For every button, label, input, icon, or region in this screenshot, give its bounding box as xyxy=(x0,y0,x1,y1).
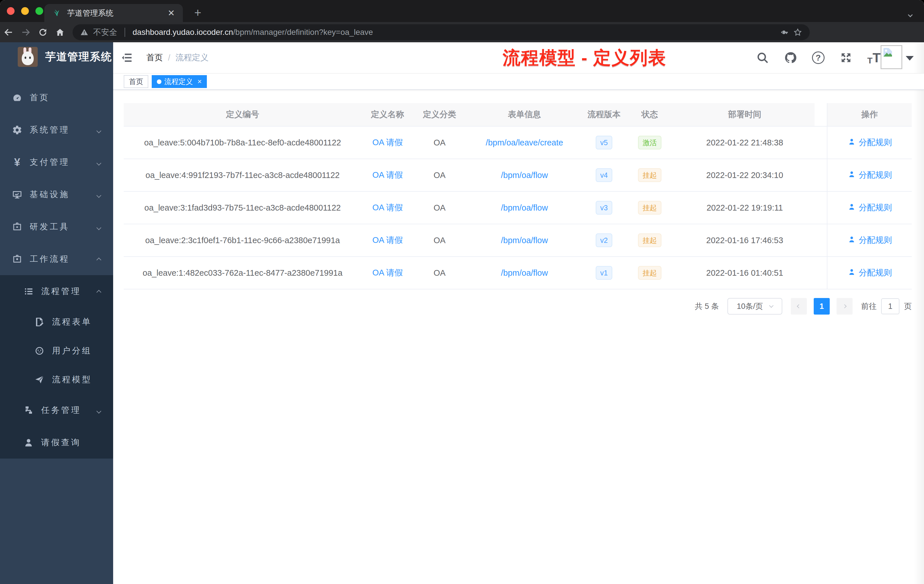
table-cell: oa_leave:3:1fad3d93-7b75-11ec-a3c8-acde4… xyxy=(124,192,361,224)
status-badge: 挂起 xyxy=(638,201,662,214)
form-info-link[interactable]: /bpm/oa/flow xyxy=(501,171,548,180)
app-logo[interactable]: 芋道管理系统 xyxy=(0,42,113,71)
table-cell: v4 xyxy=(583,159,625,191)
app-frame: 芋道管理系统 首页系统管理¥支付管理基础设施研发工具工作流程流程管理流程表单用户… xyxy=(0,42,924,584)
breadcrumb-home[interactable]: 首页 xyxy=(146,52,163,63)
sidebar-item-label: 流程表单 xyxy=(52,316,92,328)
bookmark-star-icon[interactable] xyxy=(793,28,802,37)
definition-category: OA xyxy=(434,203,446,213)
github-icon[interactable] xyxy=(784,51,797,64)
forward-button[interactable] xyxy=(17,27,34,38)
window-controls[interactable] xyxy=(7,7,43,15)
user-avatar[interactable] xyxy=(881,45,902,69)
sidebar-item-10[interactable]: 任务管理 xyxy=(0,394,113,426)
form-info-link[interactable]: /bpm/oa/leave/create xyxy=(486,138,563,147)
definition-category: OA xyxy=(434,268,446,278)
sidebar-item-1[interactable]: 系统管理 xyxy=(0,114,113,146)
status-badge: 挂起 xyxy=(638,168,662,182)
minimize-window-button[interactable] xyxy=(21,7,29,15)
status-badge: 激活 xyxy=(638,136,662,149)
sidebar-item-3[interactable]: 基础设施 xyxy=(0,178,113,211)
sidebar-item-label: 基础设施 xyxy=(30,189,70,200)
table-cell: v1 xyxy=(583,257,625,289)
prev-page-button[interactable] xyxy=(791,298,807,315)
user-icon xyxy=(23,437,34,448)
table-cell: OA 请假 xyxy=(361,192,414,224)
column-header-5: 状态 xyxy=(625,103,675,126)
zoom-window-button[interactable] xyxy=(35,7,43,15)
active-tag-dot xyxy=(157,79,162,84)
search-icon[interactable] xyxy=(756,51,769,64)
goto-page: 前往 页 xyxy=(861,298,912,314)
tab-search-chevron-icon[interactable] xyxy=(909,13,912,18)
assign-rule-link[interactable]: 分配规则 xyxy=(847,267,892,279)
tab-close-icon[interactable]: ✕ xyxy=(168,9,175,17)
reload-button[interactable] xyxy=(34,27,51,38)
sidebar-item-6[interactable]: 流程管理 xyxy=(0,275,113,307)
address-bar[interactable]: 不安全 dashboard.yudao.iocoder.cn/bpm/manag… xyxy=(73,24,810,40)
font-size-icon[interactable]: TT xyxy=(868,50,881,66)
tag-home[interactable]: 首页 xyxy=(124,75,148,88)
form-info-link[interactable]: /bpm/oa/flow xyxy=(501,236,548,245)
assign-rule-link[interactable]: 分配规则 xyxy=(847,234,892,246)
sidebar-item-8[interactable]: 用户分组 xyxy=(0,336,113,365)
help-question-icon[interactable]: ? xyxy=(812,51,825,64)
next-page-button[interactable] xyxy=(837,298,853,315)
goto-page-input[interactable] xyxy=(881,298,899,314)
not-secure-label: 不安全 xyxy=(93,27,117,38)
table-cell: /bpm/oa/flow xyxy=(465,192,583,224)
person-icon xyxy=(847,235,856,246)
password-key-icon[interactable] xyxy=(779,28,789,37)
page-size-select[interactable]: 10条/页 xyxy=(728,298,782,315)
definition-name-link[interactable]: OA 请假 xyxy=(372,170,403,181)
sidebar-collapse-hamburger-icon[interactable] xyxy=(120,51,133,64)
column-gap xyxy=(815,103,827,126)
column-gap xyxy=(815,192,827,224)
browser-tabstrip: 芋道管理系统 ✕ + xyxy=(0,0,924,22)
browser-window: 芋道管理系统 ✕ + 不安全 dashboard.yudao.iocoder.c… xyxy=(0,0,924,584)
app-title: 芋道管理系统 xyxy=(45,50,112,64)
definition-id: oa_leave:5:004b710b-7b8a-11ec-8ef0-acde4… xyxy=(144,138,341,147)
definition-category: OA xyxy=(434,236,446,245)
sidebar-item-9[interactable]: 流程模型 xyxy=(0,365,113,394)
back-button[interactable] xyxy=(0,27,17,38)
sidebar-menu: 首页系统管理¥支付管理基础设施研发工具工作流程流程管理流程表单用户分组流程模型任… xyxy=(0,71,113,459)
tag-close-icon[interactable]: × xyxy=(198,77,202,86)
form-info-link[interactable]: /bpm/oa/flow xyxy=(501,203,548,213)
new-tab-button[interactable]: + xyxy=(194,7,201,18)
table-cell: /bpm/oa/flow xyxy=(465,257,583,289)
browser-tab[interactable]: 芋道管理系统 ✕ xyxy=(44,4,183,22)
table-cell: v2 xyxy=(583,224,625,256)
sidebar-item-5[interactable]: 工作流程 xyxy=(0,243,113,275)
definition-name-link[interactable]: OA 请假 xyxy=(372,234,403,246)
table-cell: 挂起 xyxy=(625,257,675,289)
definition-name-link[interactable]: OA 请假 xyxy=(372,267,403,279)
fullscreen-icon[interactable] xyxy=(840,51,853,64)
person-icon xyxy=(847,203,856,213)
sidebar-item-0[interactable]: 首页 xyxy=(0,81,113,114)
sidebar-item-2[interactable]: ¥支付管理 xyxy=(0,146,113,178)
table-cell: oa_leave:4:991f2193-7b7f-11ec-a3c8-acde4… xyxy=(124,159,361,191)
assign-rule-link[interactable]: 分配规则 xyxy=(847,170,892,181)
close-window-button[interactable] xyxy=(7,7,15,15)
assign-rule-link[interactable]: 分配规则 xyxy=(847,202,892,213)
sidebar-item-label: 请假查询 xyxy=(41,437,81,448)
table-cell: /bpm/oa/flow xyxy=(465,224,583,256)
sidebar-item-7[interactable]: 流程表单 xyxy=(0,307,113,336)
column-gap xyxy=(815,257,827,289)
home-button[interactable] xyxy=(51,27,69,38)
definition-table: 定义编号定义名称定义分类表单信息流程版本状态部署时间操作oa_leave:5:0… xyxy=(124,103,912,289)
form-info-link[interactable]: /bpm/oa/flow xyxy=(501,268,548,278)
current-page-button[interactable]: 1 xyxy=(814,298,830,315)
definition-name-link[interactable]: OA 请假 xyxy=(372,137,403,148)
assign-rule-link[interactable]: 分配规则 xyxy=(847,137,892,148)
avatar-dropdown-caret-icon[interactable] xyxy=(906,56,914,61)
tag-process-definition[interactable]: 流程定义 × xyxy=(152,75,207,88)
url-domain: dashboard.yudao.iocoder.cn xyxy=(132,28,233,36)
url-text[interactable]: dashboard.yudao.iocoder.cn/bpm/manager/d… xyxy=(132,28,775,37)
table-cell: oa_leave:5:004b710b-7b8a-11ec-8ef0-acde4… xyxy=(124,127,361,158)
sidebar-item-4[interactable]: 研发工具 xyxy=(0,211,113,243)
users-icon xyxy=(34,345,45,356)
definition-name-link[interactable]: OA 请假 xyxy=(372,202,403,213)
sidebar-item-11[interactable]: 请假查询 xyxy=(0,426,113,459)
